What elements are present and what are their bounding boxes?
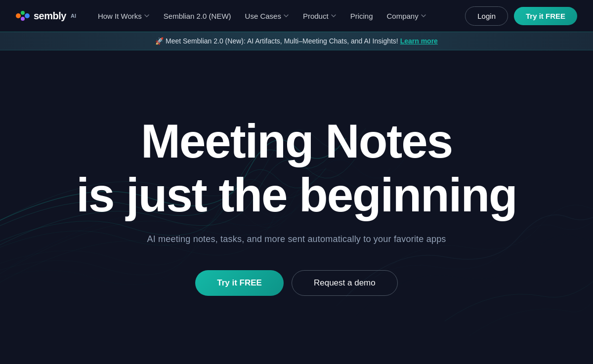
nav-item-use-cases[interactable]: Use Cases [239,8,295,24]
hero-section: Meeting Notes is just the beginning AI m… [0,50,593,362]
hero-title-line1: Meeting Notes [141,117,452,166]
svg-point-3 [25,13,30,18]
chevron-down-icon [144,13,150,19]
logo-ai-badge: AI [71,13,76,19]
learn-more-link[interactable]: Learn more [400,37,438,45]
request-demo-button[interactable]: Request a demo [292,270,398,296]
announcement-banner: 🚀 Meet Semblian 2.0 (New): AI Artifacts,… [0,32,593,50]
nav-item-how-it-works[interactable]: How It Works [92,8,156,24]
navbar-left: semblyAI How It Works Semblian 2.0 (NEW)… [16,8,432,24]
svg-point-4 [21,17,25,21]
navbar-right: Login Try it FREE [465,6,577,26]
chevron-down-icon [283,13,289,19]
nav-links: How It Works Semblian 2.0 (NEW) Use Case… [92,8,432,24]
svg-point-1 [16,13,21,18]
announcement-text: 🚀 Meet Semblian 2.0 (New): AI Artifacts,… [155,37,398,45]
chevron-down-icon [331,13,337,19]
nav-item-company[interactable]: Company [381,8,432,24]
hero-description: AI meeting notes, tasks, and more sent a… [147,234,446,244]
hero-title-line2: is just the beginning [76,170,516,220]
navbar: semblyAI How It Works Semblian 2.0 (NEW)… [0,0,593,32]
logo[interactable]: semblyAI [16,10,76,22]
logo-dots [16,10,30,22]
hero-buttons: Try it FREE Request a demo [195,270,397,296]
chevron-down-icon [421,13,426,19]
login-button[interactable]: Login [465,6,508,26]
logo-text: sembly [34,10,66,22]
try-free-hero-button[interactable]: Try it FREE [195,270,284,296]
nav-item-product[interactable]: Product [297,8,342,24]
svg-point-2 [21,11,25,15]
hero-content: Meeting Notes is just the beginning AI m… [76,117,516,296]
try-free-nav-button[interactable]: Try it FREE [514,7,577,25]
nav-item-semblian[interactable]: Semblian 2.0 (NEW) [158,8,237,24]
nav-item-pricing[interactable]: Pricing [344,8,379,24]
